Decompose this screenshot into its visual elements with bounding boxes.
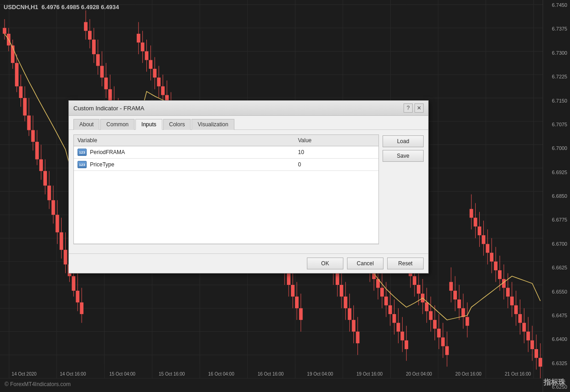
tab-visualization[interactable]: Visualization bbox=[192, 119, 234, 130]
x-label: 14 Oct 2020 bbox=[12, 371, 36, 377]
x-label: 20 Oct 04:00 bbox=[406, 371, 432, 377]
y-label: 6.6400 bbox=[544, 336, 569, 342]
y-label: 6.7075 bbox=[544, 122, 569, 127]
y-label: 6.6700 bbox=[544, 241, 569, 247]
dialog-content: Variable Value 123 PeriodFRAMA 10 bbox=[69, 130, 428, 253]
table-cell-variable: 123 PeriodFRAMA bbox=[74, 146, 294, 159]
x-label: 19 Oct 16:00 bbox=[357, 371, 383, 377]
tab-about[interactable]: About bbox=[73, 119, 99, 130]
table-empty-row bbox=[74, 171, 378, 244]
tab-common[interactable]: Common bbox=[100, 119, 135, 130]
table-row[interactable]: 123 PriceType 0 bbox=[74, 159, 378, 171]
x-label: 14 Oct 16:00 bbox=[60, 371, 86, 377]
dialog-titlebar: Custom Indicator - FRAMA ? ✕ bbox=[69, 101, 428, 116]
inputs-table-wrapper: Variable Value 123 PeriodFRAMA 10 bbox=[73, 134, 379, 249]
inputs-table: Variable Value 123 PeriodFRAMA 10 bbox=[74, 135, 378, 244]
variable-name: PriceType bbox=[90, 161, 114, 168]
column-header-variable: Variable bbox=[74, 135, 294, 146]
variable-name: PeriodFRAMA bbox=[90, 149, 125, 155]
y-label: 6.6325 bbox=[544, 361, 569, 366]
dialog-help-button[interactable]: ? bbox=[404, 103, 413, 113]
x-label: 21 Oct 16:00 bbox=[505, 371, 531, 377]
table-row[interactable]: 123 PeriodFRAMA 10 bbox=[74, 146, 378, 159]
dialog-close-button[interactable]: ✕ bbox=[415, 103, 424, 113]
y-label: 6.7225 bbox=[544, 74, 569, 79]
inputs-table-container: Variable Value 123 PeriodFRAMA 10 bbox=[73, 134, 379, 244]
y-label: 6.6625 bbox=[544, 265, 569, 270]
x-label: 16 Oct 16:00 bbox=[258, 371, 284, 377]
y-label: 6.6775 bbox=[544, 217, 569, 222]
y-label: 6.7150 bbox=[544, 98, 569, 103]
dialog-controls: ? ✕ bbox=[404, 103, 424, 113]
load-button[interactable]: Load bbox=[383, 135, 424, 147]
y-label: 6.6475 bbox=[544, 313, 569, 318]
table-cell-variable: 123 PriceType bbox=[74, 159, 294, 171]
y-label: 6.6850 bbox=[544, 193, 569, 199]
ok-button[interactable]: OK bbox=[307, 258, 343, 269]
y-label: 6.7300 bbox=[544, 50, 569, 56]
chart-symbol: USDCNH,H1 6.4976 6.4985 6.4928 6.4934 bbox=[4, 4, 119, 10]
chart-logo: 指标珠 bbox=[544, 378, 565, 387]
x-axis: 14 Oct 2020 14 Oct 16:00 15 Oct 04:00 15… bbox=[0, 369, 543, 378]
table-cell-value[interactable]: 10 bbox=[294, 146, 378, 159]
save-button[interactable]: Save bbox=[383, 150, 424, 162]
x-label: 20 Oct 16:00 bbox=[456, 371, 482, 377]
y-label: 6.7000 bbox=[544, 145, 569, 151]
cancel-button[interactable]: Cancel bbox=[347, 258, 383, 269]
dialog-tabs: About Common Inputs Colors Visualization bbox=[69, 116, 428, 130]
variable-icon: 123 bbox=[78, 161, 87, 168]
content-with-sidebar: Variable Value 123 PeriodFRAMA 10 bbox=[73, 134, 424, 249]
table-cell-value[interactable]: 0 bbox=[294, 159, 378, 171]
variable-icon: 123 bbox=[78, 149, 87, 156]
column-header-value: Value bbox=[294, 135, 378, 146]
y-label: 6.7375 bbox=[544, 26, 569, 31]
y-label: 6.6925 bbox=[544, 170, 569, 175]
reset-button[interactable]: Reset bbox=[387, 258, 424, 269]
tab-inputs[interactable]: Inputs bbox=[135, 119, 162, 130]
x-label: 15 Oct 16:00 bbox=[159, 371, 185, 377]
table-header-row: Variable Value bbox=[74, 135, 378, 146]
x-label: 15 Oct 04:00 bbox=[109, 371, 135, 377]
y-axis: 6.7450 6.7375 6.7300 6.7225 6.7150 6.707… bbox=[543, 0, 570, 392]
y-label: 6.6550 bbox=[544, 289, 569, 294]
x-label: 19 Oct 04:00 bbox=[307, 371, 333, 377]
x-label: 16 Oct 04:00 bbox=[208, 371, 234, 377]
indicator-dialog: Custom Indicator - FRAMA ? ✕ About Commo… bbox=[68, 100, 429, 273]
dialog-footer: OK Cancel Reset bbox=[69, 253, 428, 273]
chart-watermark: © ForexMT4Indicators.com bbox=[5, 381, 71, 387]
dialog-title: Custom Indicator - FRAMA bbox=[73, 105, 144, 112]
tab-colors[interactable]: Colors bbox=[163, 119, 191, 130]
y-label: 6.7450 bbox=[544, 2, 569, 8]
sidebar-buttons: Load Save bbox=[383, 134, 424, 249]
